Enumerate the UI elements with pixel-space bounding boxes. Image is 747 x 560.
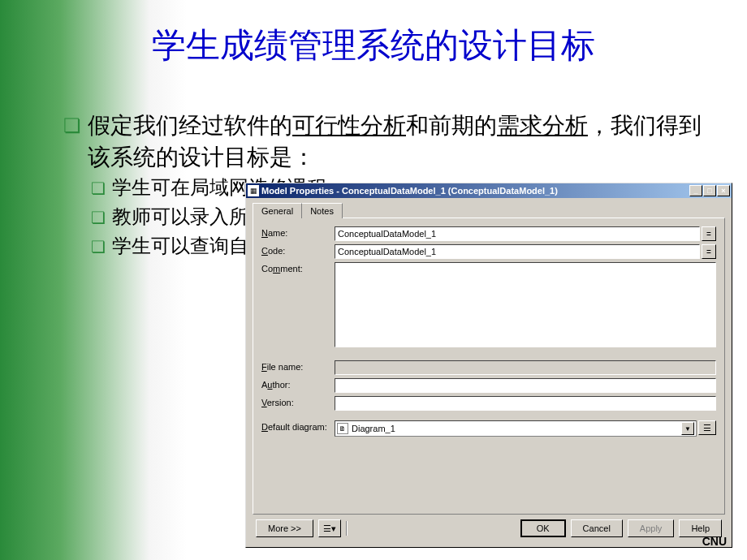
diagram-icon: 🗎 xyxy=(337,423,348,434)
bullet-text-2: 和前期的 xyxy=(406,113,497,138)
code-eq-button[interactable]: = xyxy=(702,244,716,259)
label-comment: Comment: xyxy=(261,262,335,274)
cancel-button[interactable]: Cancel xyxy=(571,519,623,537)
model-properties-dialog: ▦ Model Properties - ConceptualDataModel… xyxy=(245,183,732,548)
bullet-text-1: 假定我们经过软件的 xyxy=(88,113,292,138)
bullet-main: 假定我们经过软件的可行性分析和前期的需求分析，我们得到该系统的设计目标是： xyxy=(63,110,706,173)
titlebar[interactable]: ▦ Model Properties - ConceptualDataModel… xyxy=(246,183,732,198)
label-default-diagram: Default diagram: xyxy=(261,420,335,432)
minimize-button[interactable]: _ xyxy=(689,185,702,196)
filename-input xyxy=(335,360,716,375)
slide-title: 学生成绩管理系统的设计目标 xyxy=(0,0,747,68)
more-button[interactable]: More >> xyxy=(256,519,313,537)
default-diagram-value: Diagram_1 xyxy=(352,424,681,433)
name-input[interactable] xyxy=(335,226,700,241)
bullet-underline-2: 需求分析 xyxy=(497,113,588,138)
diagram-properties-button[interactable]: ☰ xyxy=(698,420,716,435)
version-input[interactable] xyxy=(335,396,716,411)
cnu-label: CNU xyxy=(702,535,727,548)
name-eq-button[interactable]: = xyxy=(702,226,716,241)
label-author: Author: xyxy=(261,378,335,390)
button-bar: More >> ☰▾ OK Cancel Apply Help xyxy=(253,515,725,542)
close-button[interactable]: × xyxy=(717,185,730,196)
label-filename: File name: xyxy=(261,360,335,372)
comment-textarea[interactable] xyxy=(335,262,716,347)
dialog-title: Model Properties - ConceptualDataModel_1… xyxy=(261,186,689,196)
ok-button[interactable]: OK xyxy=(520,519,566,537)
tab-panel-general: Name: = Code: = Comment: File name: Auth… xyxy=(253,218,725,515)
tab-general[interactable]: General xyxy=(253,203,302,218)
maximize-button[interactable]: □ xyxy=(703,185,716,196)
apply-button[interactable]: Apply xyxy=(628,519,675,537)
label-name: Name: xyxy=(261,226,335,238)
tab-notes[interactable]: Notes xyxy=(301,203,343,218)
bullet-underline-1: 可行性分析 xyxy=(292,113,406,138)
default-diagram-select[interactable]: 🗎 Diagram_1 ▼ xyxy=(335,420,697,437)
dialog-icon: ▦ xyxy=(248,185,259,196)
author-input[interactable] xyxy=(335,378,716,393)
separator xyxy=(346,521,348,536)
code-input[interactable] xyxy=(335,244,700,259)
tab-bar: General Notes xyxy=(253,203,725,218)
diagram-dropdown-arrow[interactable]: ▼ xyxy=(681,422,694,435)
label-version: Version: xyxy=(261,396,335,407)
label-code: Code: xyxy=(261,244,335,256)
list-icon-button[interactable]: ☰▾ xyxy=(318,519,341,537)
